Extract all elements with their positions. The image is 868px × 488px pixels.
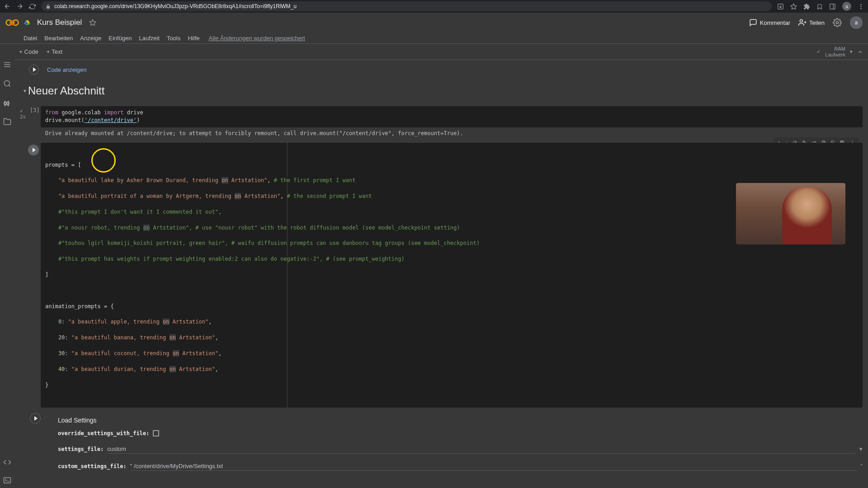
settings-file-dropdown-icon[interactable]: ▾ [859,446,863,452]
svg-point-16 [4,80,9,86]
document-title[interactable]: Kurs Beispiel [37,18,82,27]
connected-check-icon: ✓ [816,49,821,55]
settings-file-input[interactable] [107,445,856,454]
variables-icon[interactable]: {x} [3,99,11,107]
menu-bar: Datei Bearbeiten Anzeige Einfügen Laufze… [0,33,868,43]
drive-icon [24,19,31,26]
profile-avatar[interactable]: a [842,2,851,11]
url-text: colab.research.google.com/drive/13G9KHyM… [54,3,297,9]
menu-einfuegen[interactable]: Einfügen [108,35,132,42]
image-settings-section: Image Settings W: H: bit_depth_output: ▾ [41,484,863,488]
browser-chrome-bar: colab.research.google.com/drive/13G9KHyM… [0,0,868,13]
show-code-link[interactable]: Code anzeigen [47,66,86,73]
code-cell-drive[interactable]: ✓ 2s [3] from google.colab import drive … [20,106,863,139]
runtime-status[interactable]: RAM Laufwerk [825,46,845,57]
chrome-menu-icon[interactable] [858,3,864,10]
override-checkbox[interactable] [153,430,159,436]
collapse-arrow-icon[interactable]: ▾ [24,88,26,94]
bookmark-icon[interactable] [816,3,823,10]
comment-button[interactable]: Kommentar [749,19,790,27]
cell-index: [3] [30,107,40,113]
extensions-icon[interactable] [803,3,810,10]
reload-icon[interactable] [29,3,36,10]
custom-settings-label: custom_settings_file: [58,463,127,469]
svg-rect-1 [830,4,835,9]
user-avatar[interactable]: a [850,16,863,29]
lock-icon [46,3,51,9]
svg-point-9 [800,19,802,22]
code-editor[interactable]: prompts = [ "a beautiful lake by Asher B… [41,143,863,408]
svg-line-17 [9,85,10,86]
svg-point-12 [836,22,839,24]
svg-rect-19 [4,478,11,483]
svg-point-4 [860,6,862,7]
star-icon[interactable] [790,3,797,10]
load-settings-cell: Load Settings override_settings_with_fil… [20,411,863,481]
save-status[interactable]: Alle Änderungen wurden gespeichert [208,35,305,42]
collapse-up-icon[interactable] [857,48,863,55]
override-label: override_settings_with_file: [58,430,149,436]
menu-hilfe[interactable]: Hilfe [188,35,199,42]
svg-text:{x}: {x} [4,100,10,106]
svg-point-8 [10,21,14,25]
load-settings-title: Load Settings [58,417,863,424]
url-bar[interactable]: colab.research.google.com/drive/13G9KHyM… [41,1,772,11]
svg-point-5 [860,8,862,9]
menu-anzeige[interactable]: Anzeige [80,35,101,42]
code-snippets-icon[interactable] [3,458,11,466]
cell-output: Drive already mounted at /content/drive;… [41,127,863,139]
presenter-video [736,183,845,244]
run-button[interactable] [29,65,39,75]
search-icon[interactable] [3,80,11,88]
run-button[interactable] [28,145,39,155]
panel-icon[interactable] [829,3,836,10]
back-icon[interactable] [4,3,11,10]
favorite-star-icon[interactable] [89,19,96,27]
add-text-button[interactable]: + Text [47,48,62,55]
settings-icon[interactable] [833,18,842,27]
runtime-dropdown-icon[interactable]: ▾ [850,49,853,55]
quote-suffix: " [860,463,863,469]
run-button[interactable] [30,413,41,424]
share-button[interactable]: Teilen [798,19,825,27]
menu-datei[interactable]: Datei [24,35,37,42]
install-icon[interactable] [777,3,784,10]
notebook-main: Code anzeigen ▾ Neuer Abschnitt ✓ 2s [3]… [14,60,868,488]
left-sidebar-bottom [0,458,14,484]
code-cell-prompts[interactable]: ↑ ↓ ⊘ ✎ ⇌ ⚙ ⎘ 🗑 ⋮ prompts = [ "a beautif… [20,143,863,408]
settings-file-label: settings_file: [58,446,104,452]
menu-laufzeit[interactable]: Laufzeit [139,35,160,42]
toc-icon[interactable] [3,61,11,69]
section-heading: ▾ Neuer Abschnitt [20,79,863,106]
forward-icon[interactable] [16,3,24,10]
add-code-button[interactable]: + Code [19,48,38,55]
left-sidebar: {x} [0,58,14,126]
files-icon[interactable] [3,117,11,126]
colab-logo[interactable] [5,19,19,27]
terminal-icon[interactable] [3,476,11,484]
svg-point-3 [860,4,862,5]
notebook-toolbar: + Code + Text ✓ RAM Laufwerk ▾ [0,44,868,60]
cell-gutter: ✓ 2s [20,108,26,120]
show-code-row: Code anzeigen [20,64,863,79]
menu-tools[interactable]: Tools [167,35,180,42]
code-editor[interactable]: from google.colab import drive drive.mou… [41,106,863,127]
custom-settings-input[interactable] [130,462,857,471]
colab-header: Kurs Beispiel Kommentar Teilen a Datei B… [0,13,868,44]
menu-bearbeiten[interactable]: Bearbeiten [44,35,73,42]
